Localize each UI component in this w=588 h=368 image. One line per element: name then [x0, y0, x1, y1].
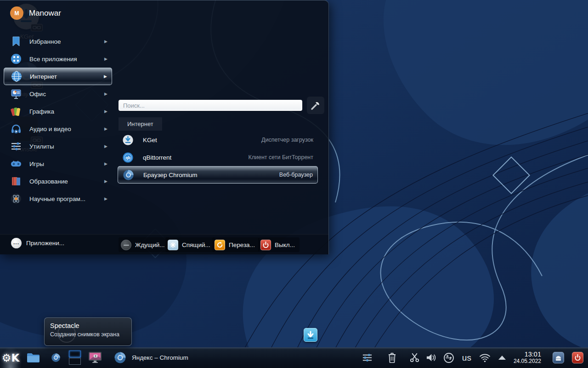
restart-icon	[215, 240, 225, 250]
category-label: Аудио и видео	[29, 126, 71, 132]
taskbar-left: ⚙K Яндекс – Chromium	[0, 347, 188, 368]
chevron-right-icon: ▶	[104, 57, 107, 61]
category-list: Избранное▶ Все приложения▶ Интернет▶ Офи…	[4, 33, 112, 207]
app-item-chromium[interactable]: Браузер Chromium Веб-браузер	[118, 166, 318, 184]
volume-tray-icon[interactable]	[426, 353, 436, 362]
wifi-tray-icon[interactable]	[479, 353, 491, 362]
chevron-right-icon: ▶	[104, 196, 107, 201]
task-label: Яндекс – Chromium	[132, 354, 188, 361]
app-item-qbittorrent[interactable]: qb qBittorrent Клиент сети БитТоррент	[118, 149, 318, 166]
configure-button[interactable]	[307, 97, 324, 114]
category-label: Все приложения	[29, 56, 77, 63]
headphones-icon	[10, 123, 22, 135]
system-tray: us 13:01 24.05.2022	[362, 347, 588, 368]
category-favorites[interactable]: Избранное▶	[4, 33, 112, 50]
pager-desktop-2[interactable]	[69, 358, 81, 365]
suspend-button[interactable]: Ждущий...	[119, 237, 170, 252]
chromium-icon	[123, 169, 134, 181]
virtual-desktop-pager[interactable]	[69, 351, 81, 365]
app-name: KGet	[143, 137, 157, 144]
file-manager-button[interactable]	[27, 352, 40, 363]
gamepad-icon: +•	[10, 158, 22, 170]
application-launcher-menu: M Manowar Избранное▶ Все приложения▶ Инт…	[0, 0, 329, 254]
category-office[interactable]: Офис▶	[4, 85, 112, 103]
expand-tray-caret-icon[interactable]	[498, 356, 506, 360]
clipboard-scissors-tray-icon[interactable]	[409, 352, 420, 363]
category-label: Научные програм...	[29, 196, 85, 202]
globe-icon	[11, 70, 23, 82]
category-all-applications[interactable]: Все приложения▶	[4, 50, 112, 68]
category-graphics[interactable]: Графика▶	[4, 103, 112, 120]
section-header: Интернет	[119, 117, 162, 131]
shutdown-button[interactable]: Выкл...	[258, 237, 300, 252]
category-label: Офис	[29, 91, 46, 98]
kget-drop-icon	[306, 331, 315, 339]
clock-time: 13:01	[514, 351, 541, 358]
hibernate-label: Спящий...	[182, 242, 210, 248]
application-launcher-button[interactable]: ⚙K	[0, 347, 21, 368]
sliders-icon	[10, 140, 22, 152]
clock-date: 24.05.2022	[514, 358, 541, 365]
spectacle-ghost-icon	[57, 324, 76, 343]
app-description: Диспетчер загрузок	[261, 137, 313, 143]
trash-tray-icon[interactable]	[387, 352, 397, 363]
app-list: KGet Диспетчер загрузок qb qBittorrent К…	[118, 131, 318, 184]
spectacle-launcher-button[interactable]	[88, 351, 102, 364]
digital-clock[interactable]: 13:01 24.05.2022	[514, 351, 541, 364]
chevron-right-icon: ▶	[104, 109, 107, 114]
user-avatar[interactable]: M	[10, 6, 23, 20]
app-name: qBittorrent	[143, 154, 171, 161]
suspend-icon	[121, 240, 131, 250]
menu-footer: ... Приложени... Ждущий... Спящий... Пер…	[0, 234, 328, 254]
chevron-right-icon: ▶	[104, 74, 107, 79]
app-name: Браузер Chromium	[143, 172, 198, 178]
app-item-kget[interactable]: KGet Диспетчер загрузок	[118, 131, 318, 149]
chevron-right-icon: ▶	[104, 39, 107, 44]
all-apps-icon	[10, 53, 22, 65]
category-audio-video[interactable]: Аудио и видео▶	[4, 120, 112, 138]
pager-desktop-1[interactable]	[69, 351, 81, 357]
applications-tab-label: Приложени...	[26, 240, 64, 247]
search-input[interactable]	[119, 100, 302, 111]
category-label: Образование	[29, 178, 68, 185]
atom-icon	[10, 193, 22, 205]
app-description: Клиент сети БитТоррент	[248, 154, 313, 161]
applications-tab[interactable]: ... Приложени...	[11, 238, 64, 248]
task-button-chromium[interactable]: Яндекс – Chromium	[114, 351, 188, 364]
category-internet[interactable]: Интернет▶	[4, 68, 112, 85]
chevron-right-icon: ▶	[104, 161, 107, 166]
shutdown-icon	[260, 240, 271, 250]
category-games[interactable]: +• Игры▶	[4, 155, 112, 172]
audio-mixer-tray-icon[interactable]	[362, 352, 373, 363]
hibernate-icon	[168, 240, 178, 250]
chromium-launcher-button[interactable]	[51, 353, 61, 362]
leave-button[interactable]	[572, 352, 583, 363]
folder-icon	[27, 352, 40, 363]
category-label: Утилиты	[29, 143, 54, 150]
taskbar: ⚙K Яндекс – Chromium	[0, 347, 588, 368]
search-wrap	[119, 100, 302, 111]
keyboard-layout-indicator[interactable]: us	[462, 353, 471, 363]
kget-drop-target[interactable]	[304, 328, 317, 342]
chromium-icon	[114, 351, 126, 364]
lock-screen-button[interactable]	[553, 352, 564, 363]
hibernate-button[interactable]: Спящий...	[165, 237, 215, 252]
category-label: Графика	[29, 108, 54, 115]
category-education[interactable]: Образование▶	[4, 172, 112, 190]
chevron-right-icon: ▶	[104, 179, 107, 184]
spectacle-icon	[88, 351, 102, 364]
suspend-label: Ждущий...	[135, 242, 165, 248]
svg-text:+: +	[13, 160, 15, 162]
user-name: Manowar	[29, 9, 61, 18]
usb-device-tray-icon[interactable]	[443, 352, 454, 363]
shutdown-label: Выкл...	[275, 242, 295, 248]
power-icon	[574, 354, 581, 361]
restart-button[interactable]: Переза...	[212, 237, 260, 252]
category-label: Интернет	[30, 73, 57, 80]
category-label: Игры	[29, 161, 44, 167]
app-description: Веб-браузер	[279, 172, 313, 178]
category-science[interactable]: Научные програм...▶	[4, 190, 112, 207]
chromium-icon	[51, 353, 61, 362]
svg-text:•: •	[17, 160, 18, 162]
category-utilities[interactable]: Утилиты▶	[4, 138, 112, 155]
